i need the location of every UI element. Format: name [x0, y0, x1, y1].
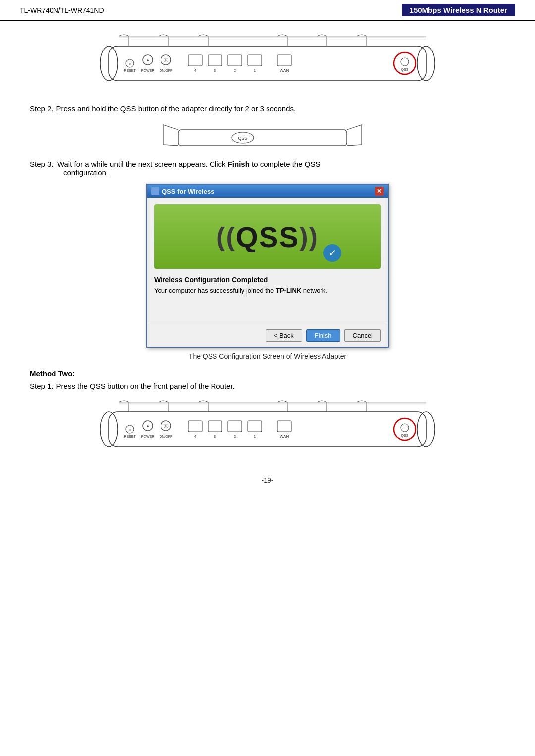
method-two-step1-label: Step 1.: [30, 382, 54, 390]
qss-caption: The QSS Configuration Screen of Wireless…: [30, 353, 505, 360]
svg-point-69: [401, 424, 409, 432]
svg-text:POWER: POWER: [141, 435, 154, 438]
method-two-step1: Step 1. Press the QSS button on the fron…: [30, 382, 505, 390]
qss-status-desc2: network.: [301, 287, 327, 294]
qss-status-title: Wireless Configuration Completed: [154, 276, 381, 284]
step2-text: Press and hold the QSS button of the ada…: [56, 104, 296, 113]
step3-label: Step 3.: [30, 160, 54, 168]
svg-text:Ⓟ: Ⓟ: [164, 58, 168, 63]
router-svg-1: ⊙ RESET ● Ⓟ POWER ON/OFF 4 3 2 1 WAN: [89, 31, 446, 96]
svg-text:QSS: QSS: [401, 68, 409, 72]
svg-text:QSS: QSS: [401, 434, 409, 438]
svg-text:2: 2: [234, 68, 236, 73]
step3: Step 3. Wait for a while until the next …: [30, 160, 505, 177]
model-text: TL-WR740N/TL-WR741ND: [20, 6, 402, 14]
router-diagram-2: ⊙ RESET ● Ⓟ POWER ON/OFF 4 3 2 1 WAN QSS: [30, 397, 505, 461]
qss-close-button[interactable]: ✕: [375, 187, 384, 196]
qss-status-bold: TP-LINK: [276, 287, 301, 294]
svg-rect-59: [208, 421, 222, 432]
svg-text:●: ●: [146, 424, 149, 429]
svg-rect-58: [188, 421, 202, 432]
svg-rect-0: [109, 46, 426, 81]
step3-text: Wait for a while until the next screen a…: [57, 160, 228, 168]
svg-text:QSS: QSS: [238, 136, 247, 141]
qss-status-desc1: Your computer has successfully joined th…: [154, 287, 276, 294]
svg-text:WAN: WAN: [280, 434, 289, 439]
svg-rect-22: [208, 55, 222, 66]
qss-window: QSS for Wireless ✕ (( QSS )) ✓ Wireless …: [146, 184, 389, 348]
qss-banner-content: (( QSS )): [216, 220, 319, 253]
svg-rect-29: [277, 55, 291, 66]
back-button[interactable]: < Back: [266, 329, 302, 342]
svg-rect-66: [277, 421, 291, 432]
qss-checkmark: ✓: [323, 244, 341, 262]
step3-text2: to complete the QSS: [250, 160, 321, 168]
qss-banner: (( QSS )) ✓: [154, 204, 381, 269]
svg-text:3: 3: [214, 434, 216, 439]
qss-banner-label: QSS: [236, 220, 300, 253]
svg-rect-60: [228, 421, 242, 432]
adapter-diagram: QSS: [30, 120, 505, 152]
qss-status-desc: Your computer has successfully joined th…: [154, 287, 381, 294]
svg-text:⊙: ⊙: [129, 428, 131, 431]
svg-rect-37: [109, 412, 426, 447]
qss-window-wrap: QSS for Wireless ✕ (( QSS )) ✓ Wireless …: [30, 184, 505, 348]
finish-button[interactable]: Finish: [306, 329, 340, 342]
qss-title-text: QSS for Wireless: [162, 188, 214, 195]
adapter-svg: QSS: [149, 120, 386, 152]
svg-text:1: 1: [254, 434, 256, 439]
step2-label: Step 2.: [30, 104, 54, 113]
step2: Step 2. Press and hold the QSS button of…: [30, 104, 505, 113]
step3-indent-text: configuration.: [63, 168, 505, 177]
method-two-label: Method Two:: [30, 369, 505, 378]
qss-footer: < Back Finish Cancel: [147, 324, 388, 347]
svg-text:POWER: POWER: [141, 69, 154, 72]
qss-wave-right: )): [299, 222, 319, 252]
svg-text:Ⓟ: Ⓟ: [164, 424, 168, 429]
svg-rect-34: [178, 130, 347, 146]
qss-titlebar: QSS for Wireless ✕: [147, 185, 388, 198]
svg-text:⊙: ⊙: [129, 62, 131, 65]
product-text: 150Mbps Wireless N Router: [402, 4, 515, 16]
qss-body: (( QSS )) ✓ Wireless Configuration Compl…: [147, 198, 388, 294]
svg-text:RESET: RESET: [124, 435, 136, 438]
svg-text:2: 2: [234, 434, 236, 439]
qss-wave-left: ((: [216, 222, 236, 252]
qss-title-icon: [151, 187, 159, 195]
router-diagram-1: ⊙ RESET ● Ⓟ POWER ON/OFF 4 3 2 1 WAN: [30, 31, 505, 96]
step3-bold: Finish: [228, 160, 250, 168]
method-two-step1-text: Press the QSS button on the front panel …: [56, 382, 235, 390]
cancel-button[interactable]: Cancel: [344, 329, 381, 342]
svg-point-32: [401, 58, 409, 66]
qss-titlebar-left: QSS for Wireless: [151, 187, 214, 195]
svg-rect-21: [188, 55, 202, 66]
svg-rect-61: [248, 421, 262, 432]
svg-text:3: 3: [214, 68, 216, 73]
svg-rect-24: [248, 55, 262, 66]
svg-text:4: 4: [194, 434, 197, 439]
svg-text:WAN: WAN: [280, 68, 289, 73]
page-header: TL-WR740N/TL-WR741ND 150Mbps Wireless N …: [0, 0, 535, 21]
svg-text:1: 1: [254, 68, 256, 73]
main-content: ⊙ RESET ● Ⓟ POWER ON/OFF 4 3 2 1 WAN: [0, 31, 535, 484]
router-svg-2: ⊙ RESET ● Ⓟ POWER ON/OFF 4 3 2 1 WAN QSS: [89, 397, 446, 461]
svg-text:ON/OFF: ON/OFF: [160, 435, 172, 438]
svg-text:4: 4: [194, 68, 197, 73]
page-number: -19-: [30, 476, 505, 484]
svg-text:●: ●: [146, 58, 149, 63]
svg-text:RESET: RESET: [124, 69, 136, 72]
svg-text:ON/OFF: ON/OFF: [160, 69, 172, 72]
svg-rect-23: [228, 55, 242, 66]
